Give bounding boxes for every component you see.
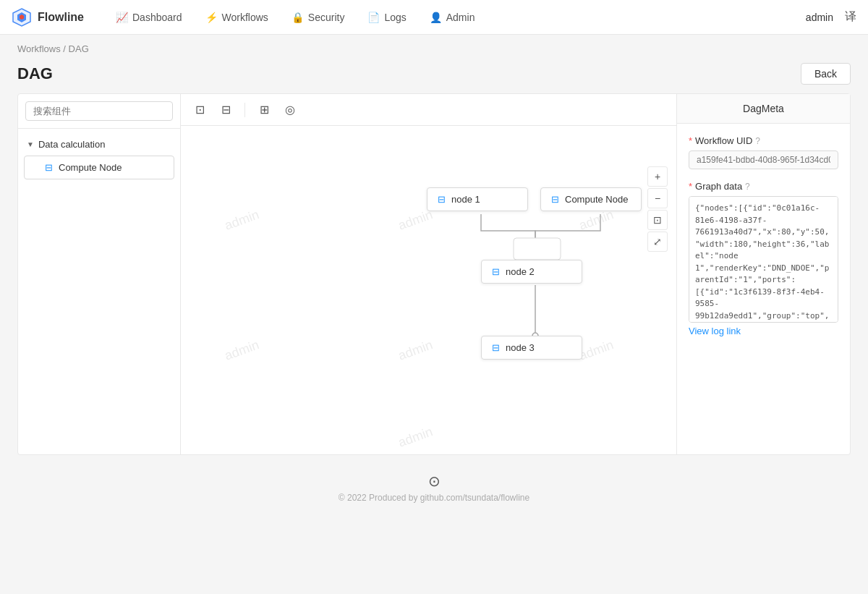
view-log-link[interactable]: View log link bbox=[689, 326, 741, 336]
back-button[interactable]: Back bbox=[801, 63, 851, 85]
section-label: Data calculation bbox=[38, 139, 106, 150]
dashboard-icon: 📈 bbox=[116, 12, 128, 23]
zoom-in-btn[interactable]: + bbox=[647, 166, 668, 187]
footer-text: © 2022 Produced by github.com/tsundata/f… bbox=[339, 493, 529, 503]
nav-logs[interactable]: 📄 Logs bbox=[359, 6, 414, 29]
watermark: admin bbox=[223, 207, 261, 234]
toolbar-grid-btn[interactable]: ⊞ bbox=[254, 100, 274, 120]
footer: ⊙ © 2022 Produced by github.com/tsundata… bbox=[0, 455, 868, 514]
logo-icon bbox=[12, 7, 32, 27]
lang-icon[interactable]: 译 bbox=[845, 9, 856, 25]
watermark: admin bbox=[396, 337, 435, 364]
sidebar: ▼ Data calculation ⊟ Compute Node bbox=[18, 94, 181, 454]
admin-nav-icon: 👤 bbox=[430, 12, 442, 23]
dag-node-compute[interactable]: ⊟ Compute Node bbox=[540, 187, 642, 211]
node2-label: node 2 bbox=[506, 266, 535, 277]
node3-icon: ⊟ bbox=[492, 342, 500, 353]
required-star-2: * bbox=[689, 181, 692, 192]
watermark: admin bbox=[223, 337, 261, 364]
node1-icon: ⊟ bbox=[438, 194, 446, 205]
breadcrumb-separator: / bbox=[63, 43, 68, 54]
nav-security[interactable]: 🔒 Security bbox=[283, 6, 354, 29]
sidebar-section-header[interactable]: ▼ Data calculation bbox=[18, 135, 180, 154]
nav-admin[interactable]: 👤 Admin bbox=[421, 6, 484, 29]
right-panel: DagMeta * Workflow UID ? * Graph data ? … bbox=[676, 94, 850, 454]
sidebar-search-container bbox=[18, 94, 180, 129]
app-name: Flowline bbox=[38, 11, 84, 24]
panel-body: * Workflow UID ? * Graph data ? {"nodes"… bbox=[677, 124, 850, 454]
watermark: admin bbox=[577, 337, 616, 364]
graph-data-textarea[interactable]: {"nodes":[{"id":"0c01a16c-81e6-4198-a37f… bbox=[689, 196, 838, 323]
breadcrumb: Workflows / DAG bbox=[0, 35, 868, 57]
zoom-fit-btn[interactable]: ⊡ bbox=[647, 210, 668, 230]
nav-workflows[interactable]: ⚡ Workflows bbox=[197, 6, 277, 29]
watermark: admin bbox=[396, 424, 435, 451]
workflow-uid-help-icon[interactable]: ? bbox=[755, 136, 760, 146]
toolbar-copy-btn[interactable]: ⊡ bbox=[190, 100, 210, 120]
node3-label: node 3 bbox=[506, 342, 535, 353]
user-name: admin bbox=[806, 12, 833, 23]
canvas-toolbar: ⊡ ⊟ ⊞ ◎ bbox=[181, 94, 676, 126]
toolbar-paste-btn[interactable]: ⊟ bbox=[216, 100, 236, 120]
node1-label: node 1 bbox=[451, 194, 480, 205]
zoom-fullscreen-btn[interactable]: ⤢ bbox=[647, 232, 668, 252]
logo: Flowline bbox=[12, 7, 84, 27]
page-title: DAG bbox=[17, 64, 53, 83]
sidebar-section: ▼ Data calculation ⊟ Compute Node bbox=[18, 129, 180, 187]
canvas: ⊡ ⊟ ⊞ ◎ admin admin admin admin admin ad… bbox=[181, 94, 676, 454]
header: Flowline 📈 Dashboard ⚡ Workflows 🔒 Secur… bbox=[0, 0, 868, 35]
search-input[interactable] bbox=[25, 101, 173, 121]
canvas-content[interactable]: admin admin admin admin admin admin admi… bbox=[181, 126, 676, 454]
svg-rect-3 bbox=[514, 238, 561, 260]
workflow-uid-input[interactable] bbox=[689, 150, 838, 169]
breadcrumb-parent[interactable]: Workflows bbox=[17, 43, 61, 54]
compute-label: Compute Node bbox=[565, 194, 628, 205]
github-icon: ⊙ bbox=[0, 472, 868, 490]
required-star: * bbox=[689, 135, 692, 146]
compute-icon: ⊟ bbox=[551, 194, 559, 205]
zoom-controls: + − ⊡ ⤢ bbox=[647, 166, 668, 252]
header-right: admin 译 bbox=[806, 9, 856, 25]
workflows-icon: ⚡ bbox=[205, 12, 218, 23]
panel-title: DagMeta bbox=[677, 94, 850, 124]
zoom-out-btn[interactable]: − bbox=[647, 188, 668, 208]
workflow-uid-label: * Workflow UID ? bbox=[689, 135, 838, 146]
list-item[interactable]: ⊟ Compute Node bbox=[24, 156, 174, 179]
sidebar-item-label: Compute Node bbox=[59, 162, 122, 173]
collapse-icon: ▼ bbox=[27, 140, 34, 148]
security-icon: 🔒 bbox=[292, 12, 304, 23]
node2-icon: ⊟ bbox=[492, 266, 500, 277]
graph-data-help-icon[interactable]: ? bbox=[745, 182, 750, 192]
compute-node-icon: ⊟ bbox=[45, 162, 53, 173]
main-content: ▼ Data calculation ⊟ Compute Node ⊡ ⊟ ⊞ … bbox=[17, 93, 851, 455]
graph-data-label: * Graph data ? bbox=[689, 181, 838, 192]
dag-node-2[interactable]: ⊟ node 2 bbox=[481, 260, 582, 284]
page-header: DAG Back bbox=[0, 57, 868, 93]
logs-icon: 📄 bbox=[367, 12, 380, 23]
nav-dashboard[interactable]: 📈 Dashboard bbox=[107, 6, 191, 29]
toolbar-divider bbox=[244, 103, 245, 117]
dag-connections bbox=[181, 126, 676, 454]
breadcrumb-current: DAG bbox=[69, 43, 89, 54]
main-nav: 📈 Dashboard ⚡ Workflows 🔒 Security 📄 Log… bbox=[107, 6, 783, 29]
toolbar-refresh-btn[interactable]: ◎ bbox=[280, 100, 300, 120]
dag-node-3[interactable]: ⊟ node 3 bbox=[481, 336, 582, 360]
dag-node-1[interactable]: ⊟ node 1 bbox=[427, 187, 528, 211]
